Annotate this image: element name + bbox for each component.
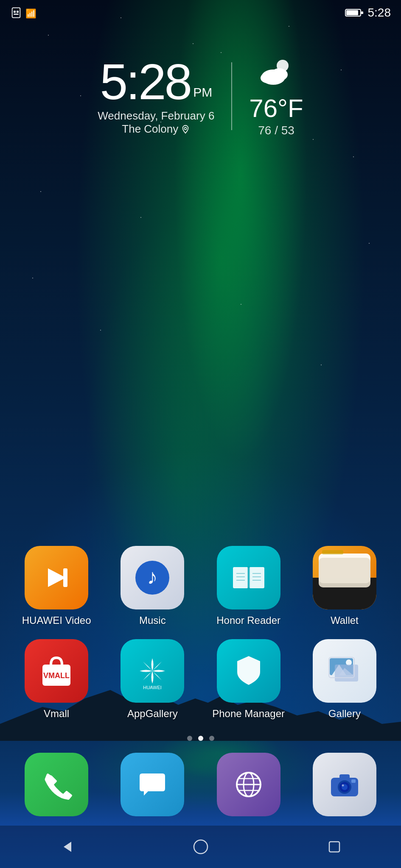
- svg-text:♪: ♪: [147, 565, 158, 589]
- vmall-icon: VMALL: [25, 639, 88, 703]
- camera-icon: [313, 753, 376, 816]
- phone-manager-icon: [217, 639, 280, 703]
- app-grid: HUAWEI Video ♪ Music: [0, 546, 401, 732]
- gallery-photos-icon: [325, 652, 364, 690]
- status-left-icons: 📶: [10, 7, 40, 19]
- app-music[interactable]: ♪ Music: [110, 546, 195, 626]
- nav-recents-button[interactable]: [322, 834, 347, 860]
- vmall-bag-icon: VMALL: [37, 652, 76, 690]
- app-wallet[interactable]: Wallet: [302, 546, 387, 626]
- page-dot-1[interactable]: [187, 736, 192, 741]
- app-vmall[interactable]: VMALL Vmall: [14, 639, 99, 720]
- sim-icon: [10, 7, 22, 19]
- app-row-1: HUAWEI Video ♪ Music: [8, 546, 393, 626]
- app-row-2: VMALL Vmall HUA: [8, 639, 393, 720]
- location-icon: [181, 125, 190, 134]
- camera-lens-icon: [328, 768, 362, 801]
- svg-rect-2: [17, 11, 19, 13]
- svg-rect-6: [346, 10, 358, 15]
- weather-section: 76°F 76 / 53: [249, 55, 303, 137]
- recents-square-icon: [326, 838, 343, 855]
- svg-rect-48: [329, 842, 339, 852]
- dock-camera[interactable]: [302, 753, 387, 821]
- page-dots: [0, 736, 401, 741]
- globe-icon: [232, 768, 266, 801]
- svg-text:📶: 📶: [25, 8, 36, 19]
- svg-point-8: [185, 127, 187, 130]
- app-appgallery[interactable]: HUAWEI AppGallery: [110, 639, 195, 720]
- svg-rect-44: [339, 774, 350, 779]
- battery-icon: [345, 8, 364, 18]
- svg-point-47: [194, 840, 208, 854]
- svg-rect-18: [247, 566, 250, 589]
- clock-location: The Colony: [98, 122, 214, 136]
- svg-point-12: [261, 73, 274, 83]
- svg-rect-1: [14, 11, 16, 13]
- svg-rect-3: [14, 14, 19, 14]
- honor-reader-icon: [217, 546, 280, 609]
- clock-hours-minutes: 5:28: [100, 54, 191, 110]
- music-label: Music: [139, 615, 166, 626]
- gallery-label: Gallery: [328, 708, 361, 720]
- clock-date: Wednesday, February 6: [98, 109, 214, 122]
- book-icon: [230, 559, 268, 597]
- phone-manager-label: Phone Manager: [212, 708, 285, 720]
- clock-weather-widget: 5:28PM Wednesday, February 6 The Colony …: [0, 55, 401, 137]
- music-note-icon: ♪: [133, 559, 171, 597]
- status-bar: 📶 5:28: [0, 0, 401, 25]
- widget-divider: [231, 62, 232, 130]
- dock-browser[interactable]: [206, 753, 291, 821]
- navigation-bar: [0, 826, 401, 868]
- dock: [0, 753, 401, 821]
- weather-temperature: 76°F: [249, 96, 303, 121]
- svg-text:VMALL: VMALL: [43, 671, 70, 680]
- music-icon: ♪: [121, 546, 184, 609]
- huawei-video-icon: [25, 546, 88, 609]
- app-gallery[interactable]: Gallery: [302, 639, 387, 720]
- appgallery-icon: HUAWEI: [121, 639, 184, 703]
- wallet-icon: [313, 546, 376, 609]
- weather-range: 76 / 53: [249, 124, 303, 137]
- phone-call-icon: [39, 768, 73, 801]
- svg-rect-17: [249, 567, 264, 588]
- svg-marker-46: [64, 842, 71, 852]
- wifi-icon: 📶: [25, 7, 40, 19]
- messages-icon: [121, 753, 184, 816]
- shield-icon: [230, 652, 268, 690]
- svg-rect-16: [233, 567, 248, 588]
- page-dot-2[interactable]: [198, 736, 203, 741]
- cloud-sun-icon: [257, 55, 295, 87]
- status-right: 5:28: [345, 6, 391, 19]
- dock-phone[interactable]: [14, 753, 99, 821]
- vmall-label: Vmall: [44, 708, 69, 720]
- status-time: 5:28: [368, 6, 391, 19]
- dock-messages[interactable]: [110, 753, 195, 821]
- svg-rect-13: [63, 568, 67, 587]
- page-dot-3[interactable]: [209, 736, 214, 741]
- svg-rect-45: [351, 779, 356, 783]
- weather-icon: [249, 55, 303, 92]
- nav-home-button[interactable]: [188, 834, 213, 860]
- back-arrow-icon: [59, 838, 76, 855]
- home-circle-icon: [192, 838, 209, 855]
- appgallery-label: AppGallery: [127, 708, 178, 720]
- chat-bubble-icon: [135, 768, 169, 801]
- clock-section: 5:28PM Wednesday, February 6 The Colony: [98, 57, 214, 136]
- video-play-icon: [39, 561, 73, 595]
- svg-rect-7: [361, 11, 363, 14]
- gallery-icon: [313, 639, 376, 703]
- svg-point-43: [342, 785, 344, 787]
- honor-reader-label: Honor Reader: [216, 615, 280, 626]
- svg-text:HUAWEI: HUAWEI: [143, 685, 162, 690]
- phone-icon: [25, 753, 88, 816]
- svg-point-31: [346, 659, 352, 665]
- wallet-label: Wallet: [331, 615, 359, 626]
- app-phone-manager[interactable]: Phone Manager: [206, 639, 291, 720]
- app-huawei-video[interactable]: HUAWEI Video: [14, 546, 99, 626]
- browser-icon: [217, 753, 280, 816]
- clock-time-display: 5:28PM: [98, 57, 214, 107]
- nav-back-button[interactable]: [54, 834, 80, 860]
- clock-ampm: PM: [193, 85, 212, 99]
- huawei-video-label: HUAWEI Video: [22, 615, 91, 626]
- app-honor-reader[interactable]: Honor Reader: [206, 546, 291, 626]
